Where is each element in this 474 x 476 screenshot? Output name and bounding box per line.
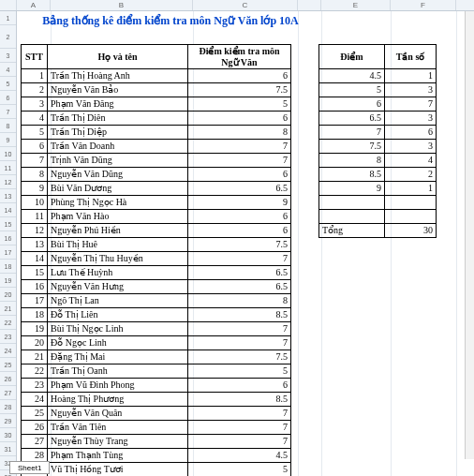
cell-score[interactable]: 6 xyxy=(188,210,291,224)
cell-stt[interactable]: 7 xyxy=(22,154,48,168)
table-row[interactable]: 5Trần Thị Diệp8 xyxy=(22,126,291,140)
table-row[interactable]: 25Nguyễn Văn Quân7 xyxy=(22,407,291,421)
cell-name[interactable]: Trần Thị Hoàng Anh xyxy=(48,69,188,83)
row-header-11[interactable]: 11 xyxy=(0,161,16,175)
cell-stt[interactable]: 2 xyxy=(22,83,48,97)
vertical-scrollbar[interactable] xyxy=(465,11,474,459)
row-header-18[interactable]: 18 xyxy=(0,260,16,274)
cell-score[interactable]: 8.5 xyxy=(188,393,291,407)
cell-stt[interactable]: 10 xyxy=(22,196,48,210)
cell-score[interactable]: 7.5 xyxy=(188,238,291,252)
cell-score[interactable]: 7 xyxy=(188,154,291,168)
row-header-8[interactable]: 8 xyxy=(0,119,16,133)
table-row[interactable]: 11Phạm Văn Hào6 xyxy=(22,210,291,224)
cell-stt[interactable]: 8 xyxy=(22,168,48,182)
cell-score[interactable]: 6 xyxy=(188,69,291,83)
cell-stt[interactable]: 6 xyxy=(22,140,48,154)
cell-stt[interactable]: 9 xyxy=(22,182,48,196)
table-row[interactable]: 3Phạm Văn Đăng5 xyxy=(22,97,291,112)
table-row[interactable]: 13Bùi Thị Huê7.5 xyxy=(22,238,291,252)
row-header-10[interactable]: 10 xyxy=(0,147,16,161)
cell-empty[interactable] xyxy=(385,210,437,224)
cell-tanso[interactable]: 1 xyxy=(385,69,437,83)
cell-empty[interactable] xyxy=(319,196,385,210)
cell-name[interactable]: Bùi Thị Ngọc Linh xyxy=(48,322,188,336)
cell-score[interactable]: 7 xyxy=(188,140,291,154)
cell-name[interactable]: Nguyễn Văn Bảo xyxy=(48,83,188,97)
col-header-A[interactable]: A xyxy=(17,0,51,10)
cell-stt[interactable]: 18 xyxy=(22,308,48,322)
cell-score[interactable]: 6 xyxy=(188,224,291,238)
freq-row[interactable]: 84 xyxy=(319,154,437,168)
cell-tanso[interactable]: 6 xyxy=(385,126,437,140)
cell-stt[interactable]: 27 xyxy=(22,435,48,449)
cell-score[interactable]: 5 xyxy=(188,97,291,112)
cell-score[interactable]: 7 xyxy=(188,435,291,449)
freq-row[interactable]: 76 xyxy=(319,126,437,140)
cell-diem[interactable]: 8 xyxy=(319,154,385,168)
cell-name[interactable]: Phạm Văn Đăng xyxy=(48,97,188,112)
cell-stt[interactable]: 14 xyxy=(22,252,48,266)
cell-score[interactable]: 8.5 xyxy=(188,308,291,322)
cell-tanso[interactable]: 4 xyxy=(385,154,437,168)
cell-score[interactable]: 5 xyxy=(188,463,291,477)
cell-stt[interactable]: 19 xyxy=(22,322,48,336)
table-row[interactable]: 9Bùi Văn Dương6.5 xyxy=(22,182,291,196)
row-header-9[interactable]: 9 xyxy=(0,133,16,147)
row-header-26[interactable]: 26 xyxy=(0,372,16,386)
row-header-3[interactable]: 3 xyxy=(0,49,16,63)
cell-tanso[interactable]: 2 xyxy=(385,168,437,182)
row-header-2[interactable]: 2 xyxy=(0,25,16,49)
col-header-C[interactable]: C xyxy=(193,0,298,10)
cell-tanso[interactable]: 3 xyxy=(385,83,437,97)
cell-name[interactable]: Nguyễn Văn Hưng xyxy=(48,280,188,294)
cell-score[interactable]: 8 xyxy=(188,294,291,308)
table-row[interactable]: 8Nguyễn Văn Dũng6 xyxy=(22,168,291,182)
col-header-B[interactable]: B xyxy=(51,0,193,10)
cell-stt[interactable]: 12 xyxy=(22,224,48,238)
cell-stt[interactable]: 15 xyxy=(22,266,48,280)
cell-name[interactable]: Trần Văn Tiên xyxy=(48,421,188,435)
table-row[interactable]: 17Ngô Thị Lan8 xyxy=(22,294,291,308)
row-header-30[interactable]: 30 xyxy=(0,428,16,442)
row-header-4[interactable]: 4 xyxy=(0,63,16,77)
freq-row[interactable]: 53 xyxy=(319,83,437,97)
cell-score[interactable]: 7 xyxy=(188,421,291,435)
row-header-17[interactable]: 17 xyxy=(0,245,16,260)
cell-score[interactable]: 5 xyxy=(188,364,291,379)
cell-stt[interactable]: 4 xyxy=(22,112,48,126)
table-row[interactable]: 21Đặng Thị Mai7.5 xyxy=(22,350,291,364)
cell-score[interactable]: 7.5 xyxy=(188,83,291,97)
cell-score[interactable]: 7 xyxy=(188,252,291,266)
row-header-13[interactable]: 13 xyxy=(0,189,16,203)
cell-name[interactable]: Ngô Thị Lan xyxy=(48,294,188,308)
cell-name[interactable]: Phạm Thạnh Tùng xyxy=(48,449,188,463)
row-header-24[interactable]: 24 xyxy=(0,344,16,358)
row-header-20[interactable]: 20 xyxy=(0,288,16,302)
table-row[interactable]: 16Nguyễn Văn Hưng6.5 xyxy=(22,280,291,294)
table-row[interactable]: 2Nguyễn Văn Bảo7.5 xyxy=(22,83,291,97)
cell-name[interactable]: Nguyễn Thùy Trang xyxy=(48,435,188,449)
row-header-27[interactable]: 27 xyxy=(0,386,16,400)
table-row[interactable]: 1Trần Thị Hoàng Anh6 xyxy=(22,69,291,83)
freq-row[interactable]: 7.53 xyxy=(319,140,437,154)
cell-stt[interactable]: 16 xyxy=(22,280,48,294)
cell-tanso[interactable]: 3 xyxy=(385,140,437,154)
freq-row-empty[interactable] xyxy=(319,210,437,224)
table-row[interactable]: 22Trần Thị Oanh5 xyxy=(22,364,291,379)
freq-row-empty[interactable] xyxy=(319,196,437,210)
cell-diem[interactable]: 6 xyxy=(319,97,385,112)
row-header-22[interactable]: 22 xyxy=(0,316,16,330)
sheet-tab-1[interactable]: Sheet1 xyxy=(9,461,50,474)
cell-name[interactable]: Trần Thị Diệp xyxy=(48,126,188,140)
cell-score[interactable]: 7 xyxy=(188,407,291,421)
cell-name[interactable]: Phùng Thị Ngọc Hà xyxy=(48,196,188,210)
cell-diem[interactable]: 4.5 xyxy=(319,69,385,83)
table-row[interactable]: 24Hoàng Thị Phương8.5 xyxy=(22,393,291,407)
cell-name[interactable]: Lưu Thế Huỳnh xyxy=(48,266,188,280)
cell-tanso[interactable]: 3 xyxy=(385,112,437,126)
table-row[interactable]: 26Trần Văn Tiên7 xyxy=(22,421,291,435)
cell-stt[interactable]: 3 xyxy=(22,97,48,112)
table-row[interactable]: 23Phạm Vũ Đình Phong6 xyxy=(22,379,291,393)
cell-stt[interactable]: 22 xyxy=(22,364,48,379)
